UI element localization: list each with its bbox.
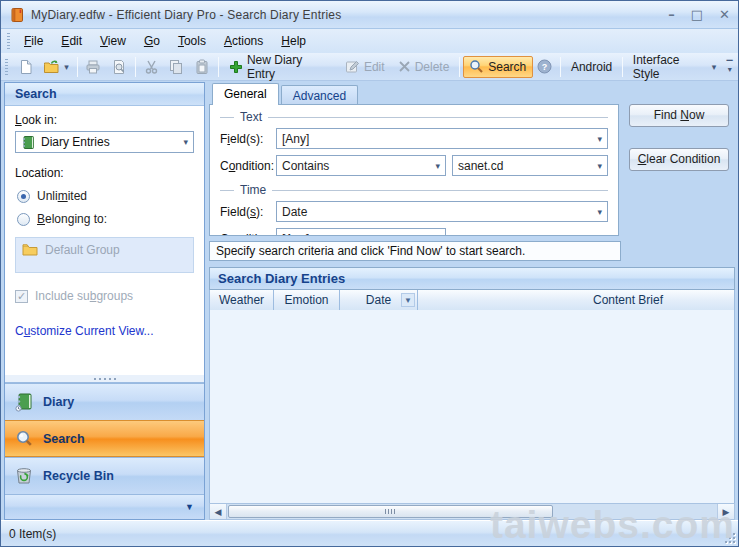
- search-toolbar-button[interactable]: Search: [463, 56, 533, 78]
- text-condition-combo[interactable]: Contains ▾: [276, 155, 446, 176]
- column-header-weather[interactable]: Weather: [210, 290, 274, 310]
- look-in-label: Look in:: [15, 113, 194, 127]
- open-file-button[interactable]: ▾: [39, 56, 74, 78]
- paste-icon: [194, 59, 210, 75]
- column-header-emotion[interactable]: Emotion: [274, 290, 340, 310]
- time-condition-value: [Any]: [282, 232, 435, 237]
- cut-button: [139, 56, 164, 78]
- scroll-right-arrow[interactable]: ▶: [717, 504, 734, 519]
- clear-condition-button[interactable]: Clear Condition: [629, 148, 729, 171]
- android-label: Android: [571, 60, 612, 74]
- text-condition-value: Contains: [282, 159, 435, 173]
- interface-style-button[interactable]: Interface Style ▾: [626, 56, 723, 78]
- sidebar-header: Search: [5, 83, 204, 106]
- search-criteria-panel: Text Field(s): [Any] ▾ Condition: Cont: [209, 104, 619, 236]
- paste-button: [189, 56, 215, 78]
- copy-icon: [168, 59, 184, 75]
- menu-tools[interactable]: Tools: [169, 31, 215, 51]
- maximize-button[interactable]: □: [691, 8, 703, 22]
- menu-go[interactable]: Go: [135, 31, 169, 51]
- time-group-legend: Time: [220, 182, 608, 198]
- combo-arrow-icon: ▾: [435, 161, 440, 171]
- tab-advanced[interactable]: Advanced: [281, 85, 358, 104]
- search-toolbar-label: Search: [488, 60, 526, 74]
- menu-actions[interactable]: Actions: [215, 31, 272, 51]
- search-tabs: General Advanced: [209, 82, 735, 104]
- search-sidebar: Search Look in: Diary Entries ▾ Location…: [4, 82, 205, 520]
- scrollbar-thumb[interactable]: [228, 505, 553, 518]
- cut-scissors-icon: [144, 59, 159, 75]
- recycle-bin-icon: [14, 466, 34, 486]
- sidebar-item-recycle-bin[interactable]: Recycle Bin: [5, 457, 204, 494]
- delete-entry-button: Delete: [391, 56, 456, 78]
- android-button[interactable]: Android: [564, 56, 619, 78]
- menu-help[interactable]: Help: [272, 31, 315, 51]
- results-grid-body[interactable]: [209, 310, 735, 503]
- print-icon: [85, 59, 101, 75]
- status-bar: 0 Item(s): [1, 520, 738, 546]
- results-grid-header: Weather Emotion Date ▼ Content Brief: [209, 290, 735, 310]
- print-preview-button: [106, 56, 132, 78]
- text-keyword-combo[interactable]: sanet.cd ▾: [452, 155, 608, 176]
- print-button: [81, 56, 107, 78]
- text-condition-label: Condition:: [220, 159, 276, 173]
- menu-view[interactable]: View: [91, 31, 135, 51]
- close-button[interactable]: ✕: [719, 8, 730, 22]
- sidebar-configure-button[interactable]: ▼: [5, 494, 204, 519]
- interface-style-label: Interface Style: [633, 53, 708, 81]
- toolbar-separator: [622, 57, 623, 77]
- radio-belonging-label: Belonging to:: [37, 212, 107, 226]
- radio-unlimited[interactable]: Unlimited: [15, 189, 194, 203]
- time-fields-value: Date: [282, 205, 597, 219]
- new-diary-entry-label: New Diary Entry: [247, 53, 331, 81]
- main-area: General Advanced Text Field(s): [Any] ▾: [209, 82, 735, 520]
- menu-edit[interactable]: Edit: [52, 31, 91, 51]
- new-file-button[interactable]: [13, 56, 39, 78]
- customize-view-link[interactable]: Customize Current View...: [15, 324, 154, 338]
- combo-arrow-icon: ▾: [183, 137, 188, 147]
- time-fields-combo[interactable]: Date ▾: [276, 201, 608, 222]
- column-header-date[interactable]: Date ▼: [340, 290, 418, 310]
- help-button[interactable]: ?: [533, 56, 558, 78]
- new-diary-entry-button[interactable]: New Diary Entry: [222, 56, 338, 78]
- toolbar-overflow-button[interactable]: ▔▾: [723, 54, 736, 80]
- open-dropdown-caret-icon: ▾: [64, 62, 69, 72]
- menu-file[interactable]: File: [15, 31, 52, 51]
- text-fields-combo[interactable]: [Any] ▾: [276, 128, 608, 149]
- sidebar-item-search[interactable]: Search: [5, 420, 204, 457]
- date-filter-arrow-icon[interactable]: ▼: [401, 293, 415, 307]
- sidebar-body: Look in: Diary Entries ▾ Location: Unlim…: [5, 106, 204, 374]
- look-in-combo[interactable]: Diary Entries ▾: [15, 131, 194, 153]
- magnifier-icon: [14, 429, 34, 449]
- window-body: Search Look in: Diary Entries ▾ Location…: [1, 81, 738, 520]
- minimize-button[interactable]: –: [668, 8, 675, 22]
- edit-entry-button: Edit: [338, 56, 391, 78]
- find-now-button[interactable]: Find Now: [629, 104, 729, 127]
- tab-general[interactable]: General: [212, 83, 279, 105]
- time-fields-label: Field(s):: [220, 205, 276, 219]
- toolbar-grip[interactable]: [5, 59, 8, 75]
- menubar-grip[interactable]: [7, 33, 10, 49]
- app-window: MyDiary.edfw - Efficient Diary Pro - Sea…: [0, 0, 739, 547]
- svg-text:?: ?: [542, 62, 548, 72]
- sidebar-item-search-label: Search: [43, 432, 85, 446]
- chevron-down-icon: ▼: [185, 502, 194, 512]
- delete-entry-label: Delete: [415, 60, 450, 74]
- combo-arrow-icon: ▾: [435, 234, 440, 237]
- sidebar-splitter-handle[interactable]: [5, 374, 204, 383]
- include-subgroups-label: Include subgroups: [35, 289, 133, 303]
- window-title: MyDiary.edfw - Efficient Diary Pro - Sea…: [31, 8, 341, 22]
- resize-grip[interactable]: [723, 531, 735, 543]
- scroll-left-arrow[interactable]: ◀: [210, 504, 227, 519]
- look-in-value: Diary Entries: [41, 135, 178, 149]
- folder-icon: [22, 243, 38, 267]
- time-condition-combo[interactable]: [Any] ▾: [276, 228, 446, 236]
- radio-belonging-to[interactable]: Belonging to:: [15, 212, 194, 226]
- sidebar-item-diary[interactable]: Diary: [5, 383, 204, 420]
- toolbar-separator: [218, 57, 219, 77]
- column-header-date-label: Date: [366, 293, 391, 307]
- toolbar-separator: [459, 57, 460, 77]
- edit-entry-label: Edit: [364, 60, 385, 74]
- column-header-content-brief[interactable]: Content Brief: [418, 290, 735, 310]
- text-fields-value: [Any]: [282, 132, 597, 146]
